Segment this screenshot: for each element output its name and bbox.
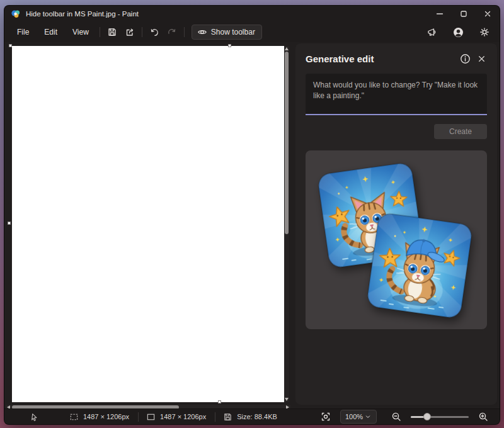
zoom-out-icon — [391, 412, 401, 422]
eye-icon — [197, 27, 207, 37]
info-button[interactable] — [457, 51, 473, 66]
selection-size-icon — [69, 412, 79, 422]
canvas-resize-handle-left-middle[interactable] — [8, 222, 11, 225]
menubar: File Edit View — [4, 22, 500, 42]
undo-icon — [149, 27, 159, 37]
window-title: Hide toolbar in MS Paint.jpg - Paint — [26, 10, 139, 18]
titlebar: Hide toolbar in MS Paint.jpg - Paint — [4, 6, 500, 22]
cat-cards-illustration — [306, 150, 487, 329]
show-toolbar-button[interactable]: Show toolbar — [192, 25, 262, 40]
vertical-scrollbar[interactable] — [284, 46, 289, 402]
show-toolbar-label: Show toolbar — [211, 28, 255, 37]
account-button[interactable] — [449, 25, 467, 40]
feedback-button[interactable] — [423, 25, 440, 40]
canvas-resize-handle-top-middle[interactable] — [228, 44, 231, 47]
canvas-resize-handle-bottom-middle[interactable] — [218, 400, 221, 403]
info-icon — [460, 54, 471, 64]
generated-image-preview[interactable] — [306, 150, 487, 329]
minimize-button[interactable] — [428, 6, 452, 22]
save-button[interactable] — [103, 25, 121, 40]
prompt-input[interactable] — [306, 74, 487, 115]
selection-size-value: 1487 × 1206px — [83, 413, 129, 420]
megaphone-icon — [427, 27, 437, 37]
fit-to-window-icon — [321, 412, 331, 422]
file-size-status: Size: 88.4KB — [223, 412, 277, 422]
file-size-icon — [223, 412, 232, 422]
menu-view[interactable]: View — [65, 25, 96, 39]
minimize-icon — [435, 9, 445, 19]
fit-to-window-button[interactable] — [317, 409, 335, 424]
save-icon — [107, 27, 117, 37]
menu-file[interactable]: File — [9, 25, 37, 39]
paint-app-icon — [11, 9, 21, 19]
maximize-icon — [459, 9, 469, 19]
image-size-status: 1487 × 1206px — [146, 412, 206, 422]
panel-title: Generative edit — [306, 54, 457, 64]
selection-size-status: 1487 × 1206px — [69, 412, 129, 422]
menubar-divider — [100, 27, 100, 37]
cursor-pointer-icon — [30, 412, 39, 422]
statusbar-divider — [138, 412, 139, 422]
close-icon — [477, 54, 486, 64]
zoom-slider[interactable] — [411, 413, 469, 420]
statusbar-divider — [215, 412, 215, 422]
scroll-down-arrow-icon[interactable] — [285, 398, 289, 401]
zoom-in-button[interactable] — [474, 409, 492, 424]
menubar-divider — [142, 27, 142, 37]
canvas[interactable] — [12, 46, 284, 402]
statusbar: 1487 × 1206px 1487 × 1206px Size: 88.4KB — [4, 408, 500, 424]
maximize-button[interactable] — [452, 6, 476, 22]
menu-edit[interactable]: Edit — [37, 25, 65, 39]
file-size-value: Size: 88.4KB — [237, 413, 277, 420]
create-button[interactable]: Create — [434, 124, 487, 139]
image-size-icon — [146, 412, 156, 422]
panel-header: Generative edit — [295, 43, 497, 66]
generative-edit-panel: Generative edit Create — [295, 43, 497, 405]
vertical-scrollbar-thumb[interactable] — [285, 52, 289, 234]
share-button[interactable] — [121, 25, 139, 40]
image-size-value: 1487 × 1206px — [160, 413, 206, 420]
zoom-level-value: 100% — [345, 413, 363, 420]
chevron-down-icon — [364, 413, 372, 420]
gear-icon — [479, 27, 490, 37]
zoom-level-dropdown[interactable]: 100% — [340, 410, 377, 424]
close-button[interactable] — [476, 6, 500, 22]
paint-window: Hide toolbar in MS Paint.jpg - Paint Fil… — [4, 5, 500, 425]
active-tool-indicator — [30, 412, 39, 422]
zoom-out-button[interactable] — [387, 409, 405, 424]
zoom-slider-thumb[interactable] — [423, 413, 431, 420]
share-icon — [125, 27, 135, 37]
canvas-resize-handle-top-left[interactable] — [9, 44, 12, 47]
panel-close-button[interactable] — [473, 51, 490, 66]
account-avatar-icon — [453, 27, 464, 38]
zoom-in-icon — [478, 412, 488, 422]
redo-button[interactable] — [163, 25, 181, 40]
close-icon — [483, 9, 493, 19]
content-area: Generative edit Create — [4, 42, 500, 408]
undo-button[interactable] — [146, 25, 163, 40]
settings-button[interactable] — [476, 25, 493, 40]
scroll-up-arrow-icon[interactable] — [285, 47, 289, 50]
menubar-divider — [184, 27, 185, 37]
redo-icon — [167, 27, 177, 37]
